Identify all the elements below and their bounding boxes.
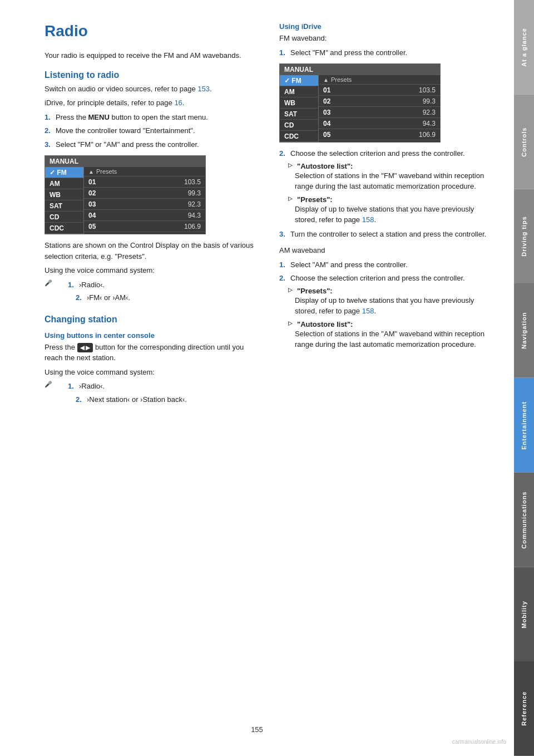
tab-driving-tips[interactable]: Driving tips — [514, 189, 534, 284]
step-text: Press the MENU button to open the start … — [56, 112, 263, 123]
bullet-am-body: Display of up to twelve stations that yo… — [295, 295, 497, 317]
tab-label: Controls — [521, 127, 527, 156]
display-left-col-r: ✓ FM AM WB SAT CD CDC — [280, 75, 319, 142]
tab-bar: At a glance Controls Driving tips Naviga… — [514, 0, 534, 756]
ref-link-158-am[interactable]: 158 — [362, 307, 374, 315]
listening-para1: Switch on audio or video sources, refer … — [44, 84, 263, 95]
presets-header-r: ▲ Presets — [319, 75, 440, 85]
page-title: Radio — [44, 22, 263, 40]
am-step-1: 1. Select "AM" and press the controller. — [279, 259, 497, 271]
using-idrive-title: Using iDrive — [279, 22, 497, 31]
voice-cmd-title-left: Using the voice command system: — [44, 265, 263, 276]
idrive-step-1: 1. Select "FM" and press the controller. — [279, 47, 497, 58]
tab-communications[interactable]: Communications — [514, 473, 534, 567]
preset-row-1: 01 103.5 — [84, 176, 205, 188]
step-1: 1. Press the MENU button to open the sta… — [44, 112, 263, 123]
display-row-cdc: CDC — [45, 223, 83, 234]
display-right-col: ▲ Presets 01 103.5 02 99.3 03 92.3 — [84, 167, 205, 234]
bullet-title-2: ▷ "Presets": — [288, 195, 497, 204]
display-right-col-r: ▲ Presets 01 103.5 02 99.3 03 92.3 — [319, 75, 440, 142]
tab-label: Reference — [521, 691, 527, 726]
display-row-sat-r: SAT — [280, 109, 318, 120]
tab-mobility[interactable]: Mobility — [514, 567, 534, 662]
step-text: Turn the controller to select a station … — [290, 229, 497, 240]
display-body: ✓ FM AM WB SAT CD CDC — [45, 167, 205, 234]
presets-label-r: Presets — [331, 76, 352, 83]
tab-reference[interactable]: Reference — [514, 661, 534, 756]
preset-icon: ▲ — [88, 169, 94, 175]
ref-link-153[interactable]: 153 — [197, 85, 210, 93]
preset-row-r5: 05 106.9 — [319, 129, 440, 140]
left-column: Radio Your radio is equipped to receive … — [44, 22, 263, 409]
bullet-presets: ▷ "Presets": Display of up to twelve sta… — [288, 195, 497, 225]
presets-header: ▲ Presets — [84, 167, 205, 176]
idrive-fm-step2-list: 2. Choose the selection criterion and pr… — [279, 148, 497, 159]
tab-label: Driving tips — [521, 216, 527, 257]
step-text: Move the controller toward "Entertainmen… — [56, 125, 263, 136]
voice-step-1: 1. ›Radio‹. — [68, 279, 130, 291]
using-buttons-title: Using buttons in center console — [44, 331, 263, 340]
direction-button-icon: ◀ ▶ — [77, 343, 93, 352]
voice-step-text: ›Radio‹. — [79, 279, 105, 291]
preset-row-r1: 01 103.5 — [319, 85, 440, 96]
using-buttons-para-text: Press the — [44, 343, 75, 351]
bullet-title-text-2: "Presets": — [297, 195, 333, 204]
voice-steps-left: 1. ›Radio‹. 2. ›FM‹ or ›AM‹. — [68, 279, 130, 306]
fm-waveband-label: FM waveband: — [279, 33, 497, 44]
voice-icon-2: 🎤 — [44, 381, 56, 388]
step-num: 1. — [44, 112, 52, 123]
voice-step-num: 2. — [76, 292, 83, 303]
watermark: carmanualsonline.info — [452, 739, 506, 745]
bullet-am-title-text: "Presets": — [297, 287, 333, 295]
intro-text: Your radio is equipped to receive the FM… — [44, 50, 263, 61]
step-3: 3. Select "FM" or "AM" and press the con… — [44, 139, 263, 150]
voice-cmd-left: 🎤 1. ›Radio‹. 2. ›FM‹ or ›AM‹. — [44, 279, 263, 306]
step-num: 3. — [279, 229, 287, 240]
tab-label: Entertainment — [521, 401, 527, 449]
display-left-col: ✓ FM AM WB SAT CD CDC — [45, 167, 84, 234]
bullet-body-text-2: Display of up to twelve stations that yo… — [295, 204, 497, 225]
idrive-fm-step3-list: 3. Turn the controller to select a stati… — [279, 229, 497, 240]
display-row-fm: ✓ FM — [45, 167, 83, 178]
tab-controls[interactable]: Controls — [514, 95, 534, 189]
bullet-body-text: Selection of stations in the "FM" waveba… — [295, 170, 497, 192]
idrive-step-3: 3. Turn the controller to select a stati… — [279, 229, 497, 240]
idrive-step-2: 2. Choose the selection criterion and pr… — [279, 148, 497, 159]
display-body-r: ✓ FM AM WB SAT CD CDC — [280, 75, 440, 142]
listening-title: Listening to radio — [44, 70, 263, 80]
bullet-am-autostore-title-text: "Autostore list": — [297, 320, 353, 328]
display-row-sat: SAT — [45, 200, 83, 212]
ref-link-158[interactable]: 158 — [362, 215, 374, 224]
tab-label: At a glance — [521, 28, 527, 67]
tab-label: Communications — [521, 491, 527, 548]
step-text: Select "FM" or "AM" and press the contro… — [56, 139, 263, 150]
idrive-am-steps: 1. Select "AM" and press the controller.… — [279, 259, 497, 284]
bullet-am-presets: ▷ "Presets": Display of up to twelve sta… — [288, 287, 497, 317]
listening-para2-end: . — [182, 99, 185, 107]
voice-step-num: 1. — [68, 381, 76, 392]
voice-step-b2: 2. ›Next station‹ or ›Station back‹. — [76, 394, 187, 405]
step-num: 1. — [279, 47, 287, 58]
tab-entertainment[interactable]: Entertainment — [514, 378, 534, 473]
tri-bullet-icon: ▷ — [288, 162, 293, 168]
display-header: MANUAL — [45, 156, 205, 167]
step-num: 2. — [44, 125, 52, 136]
voice-step-text: ›FM‹ or ›AM‹. — [87, 292, 130, 303]
radio-display-left: MANUAL ✓ FM AM WB SAT CD — [44, 155, 206, 234]
bullet-am-title: ▷ "Presets": — [288, 287, 497, 295]
tab-navigation[interactable]: Navigation — [514, 283, 534, 378]
ref-link-16[interactable]: 16 — [174, 99, 182, 107]
voice-step-text: ›Radio‹. — [79, 381, 105, 392]
voice-cmd-buttons: 🎤 1. ›Radio‹. 2. ›Next station‹ or ›Stat… — [44, 381, 263, 407]
bullet-am-autostore-title: ▷ "Autostore list": — [288, 320, 497, 328]
preset-row-r3: 03 92.3 — [319, 107, 440, 118]
step-num: 3. — [44, 139, 52, 150]
preset-row-5: 05 106.9 — [84, 221, 205, 232]
bullet-am-autostore-body: Selection of stations in the "AM" waveba… — [295, 328, 497, 350]
voice-step-num: 2. — [76, 394, 83, 405]
preset-row-r2: 02 99.3 — [319, 96, 440, 107]
tab-at-a-glance[interactable]: At a glance — [514, 0, 534, 95]
tri-bullet-icon-am: ▷ — [288, 287, 293, 293]
voice-icon: 🎤 — [44, 279, 56, 287]
voice-step-num: 1. — [68, 279, 76, 291]
